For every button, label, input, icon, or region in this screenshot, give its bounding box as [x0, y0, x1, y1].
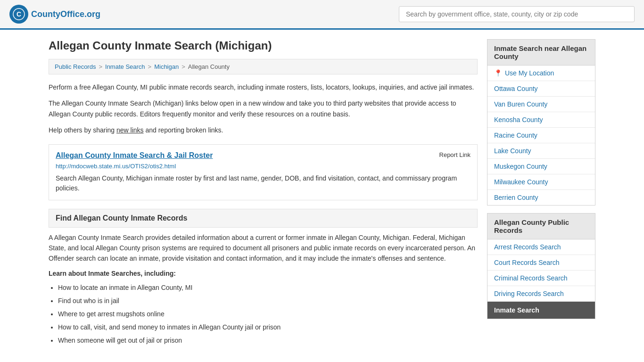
breadcrumb-michigan[interactable]: Michigan	[154, 63, 179, 70]
page-title: Allegan County Inmate Search (Michigan)	[49, 39, 478, 52]
public-records-links: Arrest Records Search Court Records Sear…	[487, 239, 595, 319]
sidebar-pr-link-4[interactable]: Inmate Search	[487, 302, 595, 319]
location-icon: 📍	[494, 69, 502, 77]
find-section-body: A Allegan County Inmate Search provides …	[49, 232, 478, 264]
breadcrumb-public-records[interactable]: Public Records	[55, 63, 96, 70]
bullet-item: Find out who is in jail	[58, 294, 478, 307]
bullet-item: How to call, visit, and send money to in…	[58, 321, 478, 334]
intro-text-2: The Allegan County Inmate Search (Michig…	[49, 98, 478, 119]
public-records-header: Allegan County Public Records	[487, 213, 595, 239]
intro-text-1: Perform a free Allegan County, MI public…	[49, 82, 478, 92]
search-input[interactable]	[399, 6, 635, 22]
sidebar-pr-link-0[interactable]: Arrest Records Search	[487, 239, 595, 255]
sidebar-nearby-link-1[interactable]: Van Buren County	[487, 97, 595, 112]
sidebar-nearby-link-0[interactable]: Ottawa County	[487, 81, 595, 97]
breadcrumb: Public Records > Inmate Search > Michiga…	[49, 59, 478, 74]
bullet-list: How to locate an inmate in Allegan Count…	[58, 281, 478, 347]
nearby-section: Inmate Search near Allegan County 📍 Use …	[487, 39, 595, 206]
sidebar-nearby-link-6[interactable]: Milwaukee County	[487, 174, 595, 190]
logo-area: C CountyOffice.org	[9, 5, 100, 24]
svg-text:C: C	[17, 10, 21, 18]
sidebar-nearby-link-5[interactable]: Muskegon County	[487, 159, 595, 174]
sidebar-pr-link-2[interactable]: Criminal Records Search	[487, 271, 595, 286]
bullet-item: How to locate an inmate in Allegan Count…	[58, 281, 478, 294]
nearby-header: Inmate Search near Allegan County	[487, 39, 595, 66]
find-section-title: Find Allegan County Inmate Records	[56, 214, 187, 222]
public-records-section: Allegan County Public Records Arrest Rec…	[487, 213, 595, 319]
sidebar-nearby-link-3[interactable]: Racine County	[487, 128, 595, 143]
sidebar-nearby-link-7[interactable]: Berrien County	[487, 190, 595, 205]
breadcrumb-inmate-search[interactable]: Inmate Search	[105, 63, 145, 70]
use-location-link[interactable]: Use My Location	[505, 69, 554, 77]
result-description: Search Allegan County, Michigan inmate r…	[56, 173, 471, 193]
use-location-item[interactable]: 📍 Use My Location	[487, 66, 595, 81]
sidebar-pr-link-1[interactable]: Court Records Search	[487, 255, 595, 271]
find-section-subtitle: Learn about Inmate Searches, including:	[49, 270, 478, 277]
sidebar: Inmate Search near Allegan County 📍 Use …	[487, 39, 595, 347]
result-url[interactable]: http://mdocweb.state.mi.us/OTIS2/otis2.h…	[56, 163, 471, 170]
find-section-header: Find Allegan County Inmate Records	[49, 209, 478, 228]
breadcrumb-current: Allegan County	[188, 63, 230, 70]
logo-text: CountyOffice.org	[31, 9, 100, 19]
nearby-links: 📍 Use My Location Ottawa County Van Bure…	[487, 66, 595, 206]
report-link[interactable]: Report Link	[439, 151, 471, 158]
result-card-header: Allegan County Inmate Search & Jail Rost…	[56, 151, 471, 160]
logo-icon: C	[9, 5, 28, 24]
result-card: Allegan County Inmate Search & Jail Rost…	[49, 144, 478, 200]
sidebar-nearby-link-2[interactable]: Kenosha County	[487, 112, 595, 128]
result-title[interactable]: Allegan County Inmate Search & Jail Rost…	[56, 151, 213, 160]
header: C CountyOffice.org	[0, 0, 644, 30]
content-area: Allegan County Inmate Search (Michigan) …	[49, 39, 478, 347]
bullet-item: When someone will get out of jail or pri…	[58, 334, 478, 347]
bullet-item: Where to get arrest mugshots online	[58, 307, 478, 321]
sidebar-nearby-link-4[interactable]: Lake County	[487, 143, 595, 159]
intro-text-3: Help others by sharing new links and rep…	[49, 125, 478, 135]
sidebar-pr-link-3[interactable]: Driving Records Search	[487, 286, 595, 302]
new-links-link[interactable]: new links	[116, 126, 144, 134]
main-container: Allegan County Inmate Search (Michigan) …	[39, 39, 605, 347]
